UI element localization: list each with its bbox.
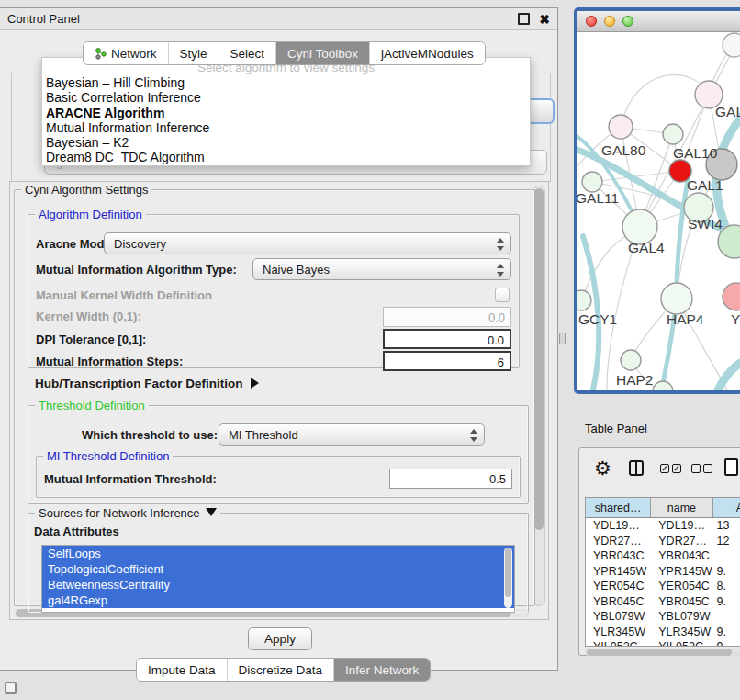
tab-jactivemnodules[interactable]: jActiveMNodules: [370, 42, 485, 64]
close-icon[interactable]: ✖: [539, 13, 550, 26]
document-icon[interactable]: [724, 458, 738, 476]
table-cell: 9.: [713, 594, 740, 610]
table-row[interactable]: YPR145WYPR145W9.: [586, 564, 740, 580]
algorithm-option[interactable]: Bayesian – Hill Climbing: [42, 75, 530, 90]
cyni-algorithm-settings-group: Cyni Algorithm Settings Algorithm Defini…: [14, 189, 535, 606]
tab-style[interactable]: Style: [169, 42, 219, 64]
dpi-tolerance-field[interactable]: 0.0: [383, 329, 511, 349]
tab-select[interactable]: Select: [219, 42, 277, 64]
kernel-width-field[interactable]: 0.0: [383, 307, 511, 327]
group-title: Cyni Algorithm Settings: [21, 183, 151, 197]
minimize-traffic-light-icon[interactable]: [604, 16, 615, 27]
table-cell: YBR043C: [651, 548, 712, 564]
column-header[interactable]: shared…: [586, 498, 651, 517]
network-canvas[interactable]: GALGAL80GAL10GAL1GAL11SWI4GAL4GCY1HAP4YH…: [577, 32, 740, 391]
tab-discretize-data[interactable]: Discretize Data: [228, 659, 335, 681]
algorithm-option[interactable]: ARACNE Algorithm: [42, 106, 530, 120]
unchecked-box-icon: [703, 464, 712, 473]
tab-network[interactable]: Network: [84, 42, 169, 64]
node-label: GAL80: [601, 142, 646, 158]
network-node[interactable]: [723, 33, 740, 57]
stepper-icon: [496, 237, 504, 252]
data-attribute-item[interactable]: SelfLoops: [42, 546, 514, 561]
mi-algorithm-type-combo[interactable]: Naive Bayes: [252, 258, 511, 280]
hub-definition-toggle[interactable]: Hub/Transcription Factor Definition: [35, 377, 259, 390]
tab-label: Cyni Toolbox: [287, 47, 358, 61]
tab-infer-network[interactable]: Infer Network: [334, 659, 430, 681]
table-cell: YBR043C: [586, 548, 651, 564]
node-table[interactable]: shared…nameA YDL19…YDL19…13YDR27…YDR27…1…: [585, 497, 740, 647]
scrollbar-thumb[interactable]: [534, 188, 544, 530]
node-label: GAL11: [577, 190, 619, 206]
scrollbar-thumb[interactable]: [587, 649, 732, 656]
threshold-definition-group: Threshold Definition Which threshold to …: [28, 405, 529, 504]
table-row[interactable]: YDL19…YDL19…13: [586, 518, 740, 534]
algorithm-option[interactable]: Dream8 DC_TDC Algorithm: [42, 150, 530, 164]
data-attribute-item[interactable]: gal4RGexp: [42, 593, 514, 608]
expand-right-icon: [251, 378, 259, 389]
manual-kernel-checkbox[interactable]: [495, 288, 510, 302]
zoom-traffic-light-icon[interactable]: [622, 16, 633, 27]
network-node[interactable]: [663, 124, 683, 144]
table-row[interactable]: YLR345WYLR345W9.: [586, 625, 740, 640]
column-header[interactable]: A: [713, 498, 740, 517]
network-edge-thick[interactable]: [713, 357, 740, 391]
network-node[interactable]: [661, 283, 692, 314]
collapsed-panel-icon[interactable]: [5, 682, 17, 694]
tab-label: Discretize Data: [239, 663, 323, 677]
aracne-mode-combo[interactable]: Discovery: [104, 232, 511, 254]
close-traffic-light-icon[interactable]: [586, 16, 597, 27]
checked-box-icon: ✓: [660, 464, 669, 473]
network-window-titlebar[interactable]: [577, 11, 740, 32]
network-node[interactable]: [723, 283, 740, 310]
combo-value: MI Threshold: [229, 428, 298, 442]
algorithm-option[interactable]: Basic Correlation Inference: [42, 90, 530, 105]
table-cell: YDR27…: [651, 534, 712, 549]
tab-impute-data[interactable]: Impute Data: [137, 659, 228, 681]
network-node[interactable]: [577, 290, 591, 310]
apply-button[interactable]: Apply: [248, 627, 312, 650]
table-row[interactable]: YIL052CYIL052C9: [586, 639, 740, 647]
tab-cyni-toolbox[interactable]: Cyni Toolbox: [276, 42, 370, 64]
split-pane-handle[interactable]: [559, 333, 566, 344]
float-window-icon[interactable]: [518, 13, 530, 25]
data-attribute-item[interactable]: TopologicalCoefficient: [42, 561, 514, 577]
network-node[interactable]: [621, 350, 641, 370]
table-row[interactable]: YBR045CYBR045C9.: [586, 594, 740, 610]
table-cell: YBL079W: [586, 609, 651, 625]
network-edge[interactable]: [621, 74, 709, 127]
network-node[interactable]: [582, 172, 602, 192]
table-row[interactable]: YER054CYER054C8.: [586, 579, 740, 594]
algorithm-option[interactable]: Mutual Information Inference: [42, 120, 530, 135]
gear-icon[interactable]: ⚙: [594, 457, 611, 480]
list-vertical-scrollbar[interactable]: [504, 548, 512, 608]
mi-steps-field[interactable]: 6: [383, 351, 511, 371]
mi-threshold-field[interactable]: 0.5: [389, 469, 512, 489]
columns-icon[interactable]: [629, 460, 644, 476]
deselect-all-icon[interactable]: [691, 464, 712, 473]
table-row[interactable]: YDR27…YDR27…12: [586, 534, 740, 549]
table-row[interactable]: YBL079WYBL079W: [586, 609, 740, 625]
table-cell: [713, 609, 740, 625]
select-all-icon[interactable]: ✓ ✓: [660, 464, 681, 473]
data-attribute-item[interactable]: BetweennessCentrality: [42, 577, 514, 593]
mi-threshold-group: MI Threshold Definition Mutual Informati…: [36, 456, 521, 498]
table-cell: 12: [713, 534, 740, 549]
column-header[interactable]: name: [651, 498, 712, 517]
table-horizontal-scrollbar[interactable]: [585, 649, 740, 656]
node-label: Y: [731, 311, 740, 327]
table-row[interactable]: YBR043CYBR043C: [586, 548, 740, 564]
network-node[interactable]: [609, 115, 633, 139]
table-cell: 9: [713, 639, 740, 647]
tab-label: Select: [230, 47, 265, 61]
scrollbar-thumb[interactable]: [505, 548, 511, 597]
table-cell: YER054C: [651, 579, 712, 594]
network-node[interactable]: [653, 381, 673, 391]
data-attributes-list[interactable]: SelfLoopsTopologicalCoefficientBetweenne…: [41, 545, 515, 613]
unchecked-box-icon: [691, 464, 701, 473]
tab-label: Impute Data: [148, 663, 216, 677]
which-threshold-combo[interactable]: MI Threshold: [219, 423, 485, 446]
sources-toggle[interactable]: Sources for Network Inference: [35, 506, 220, 520]
control-panel-window: Control Panel ✖ galFiltered.sif default …: [0, 7, 558, 671]
algorithm-option[interactable]: Bayesian – K2: [42, 135, 530, 150]
